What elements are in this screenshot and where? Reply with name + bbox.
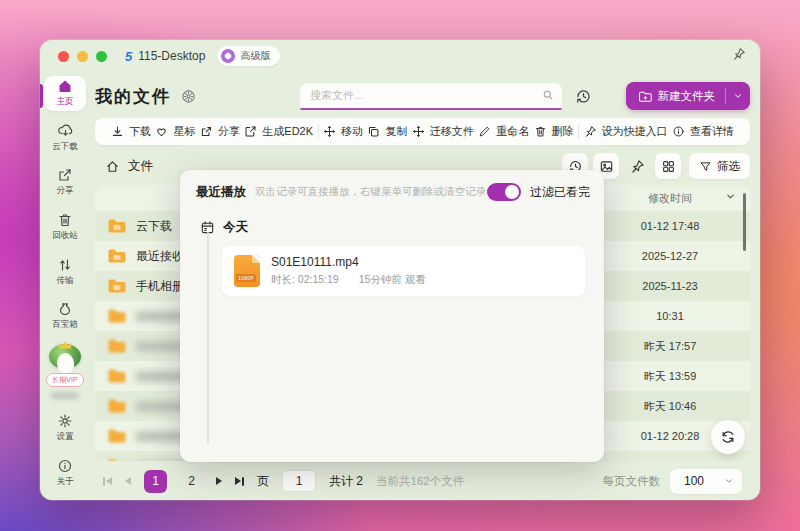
home-icon — [57, 78, 73, 94]
column-sort-caret-icon[interactable] — [725, 191, 736, 202]
home-breadcrumb-icon[interactable] — [105, 159, 120, 174]
copy-icon — [367, 125, 380, 138]
folder-icon — [107, 308, 127, 324]
folder-icon — [107, 368, 127, 384]
header-row: 我的文件 新建文件夹 — [95, 78, 750, 114]
sidebar-item-settings[interactable]: 设置 — [44, 411, 86, 446]
sidebar-item-cloud-download[interactable]: 云下载 — [44, 121, 86, 156]
last-page-button[interactable] — [235, 477, 244, 486]
transfer-arrows-icon — [57, 257, 73, 273]
folder-icon — [107, 398, 127, 414]
next-page-button[interactable] — [216, 477, 222, 485]
sidebar-item-toolbox[interactable]: 百宝箱 — [44, 299, 86, 334]
sidebar-item-home[interactable]: 主页 — [44, 76, 86, 111]
refresh-button[interactable] — [711, 420, 745, 454]
folder-icon — [107, 248, 127, 264]
folder-icon — [107, 338, 127, 354]
page-number-input[interactable] — [282, 470, 316, 492]
minimize-button[interactable] — [77, 51, 88, 62]
folder-icon — [107, 278, 127, 294]
new-folder-button[interactable]: 新建文件夹 — [626, 82, 751, 110]
vip-badge: 长期VIP — [46, 373, 83, 387]
cloud-download-icon — [57, 123, 74, 139]
info-icon — [672, 125, 685, 138]
search-history-icon[interactable] — [575, 88, 592, 105]
list-scrollbar[interactable] — [743, 193, 746, 251]
page-title: 我的文件 — [95, 85, 171, 108]
file-name: S01E10111.mp4 — [271, 255, 426, 269]
popup-hint: 双击记录可直接播放，右键菜单可删除或清空记录 — [255, 185, 486, 199]
first-page-button[interactable] — [103, 477, 112, 486]
toggle-label: 过滤已看完 — [530, 184, 590, 201]
file-duration: 时长: 02:15:19 — [271, 273, 339, 287]
toolbar-download[interactable]: 下载 — [111, 124, 151, 139]
user-avatar[interactable] — [49, 344, 81, 369]
toolbar-star[interactable]: 星标 — [155, 124, 195, 139]
folder-icon — [107, 428, 127, 444]
action-toolbar: 下载 星标 分享 生成ED2K 移动 复制 — [95, 118, 750, 145]
app-title: 115-Desktop — [138, 49, 205, 63]
pagination-bar: 1 2 页 共计 2 当前共162个文件 每页文件数 100 — [95, 463, 750, 499]
gear-icon — [57, 413, 73, 429]
per-page-label: 每页文件数 — [603, 474, 661, 489]
share-icon — [200, 125, 213, 138]
modified-column-header[interactable]: 修改时间 — [600, 185, 740, 211]
search-input[interactable] — [310, 89, 542, 101]
popup-title: 最近播放 — [196, 184, 246, 201]
titlebar: 5 115-Desktop 高级版 — [40, 40, 760, 72]
pencil-icon — [478, 125, 491, 138]
premium-badge[interactable]: 高级版 — [217, 46, 280, 66]
sidebar: 主页 云下载 分享 回收站 传输 百宝箱 长期VIP 设置 — [40, 72, 90, 500]
toolbar-migrate[interactable]: 迁移文件 — [412, 124, 474, 139]
sidebar-item-share[interactable]: 分享 — [44, 165, 86, 200]
timeline-line — [207, 232, 209, 444]
download-icon — [111, 125, 124, 138]
toolbar-share[interactable]: 分享 — [200, 124, 240, 139]
sidebar-item-transfer[interactable]: 传输 — [44, 254, 86, 289]
recent-file-item[interactable]: 1080P S01E10111.mp4 时长: 02:15:19 15分钟前 观… — [222, 246, 585, 296]
file-watched-time: 15分钟前 观看 — [359, 273, 426, 287]
sidebar-item-trash[interactable]: 回收站 — [44, 210, 86, 245]
pin-icon — [584, 125, 597, 138]
pin-window-icon[interactable] — [732, 47, 746, 65]
total-pages-label: 共计 2 — [329, 473, 363, 490]
sidebar-item-about[interactable]: 关于 — [44, 455, 86, 490]
group-today-label: 今天 — [223, 219, 248, 236]
filter-button[interactable]: 筛选 — [689, 153, 750, 179]
treasure-pouch-icon — [57, 301, 73, 317]
page-1-button[interactable]: 1 — [144, 470, 167, 493]
toolbar-delete[interactable]: 删除 — [534, 124, 574, 139]
view-settings-icon[interactable] — [181, 89, 196, 104]
username-blurred — [51, 392, 79, 399]
zoom-button[interactable] — [96, 51, 107, 62]
toolbar-copy[interactable]: 复制 — [367, 124, 407, 139]
premium-gem-icon — [221, 49, 235, 63]
trash-icon — [57, 212, 73, 228]
share-icon — [57, 167, 73, 183]
toolbar-quick-access[interactable]: 设为快捷入口 — [584, 124, 668, 139]
migrate-arrows-icon — [412, 125, 425, 138]
per-page-select[interactable]: 100 — [670, 469, 742, 494]
filter-watched-toggle[interactable] — [487, 183, 521, 201]
close-button[interactable] — [58, 51, 69, 62]
folder-icon — [107, 458, 127, 461]
pin-icon — [630, 159, 645, 174]
page-2-button[interactable]: 2 — [180, 470, 203, 493]
pin-view-button[interactable] — [624, 153, 650, 179]
page-label: 页 — [257, 473, 269, 490]
search-box — [300, 83, 562, 110]
toolbar-move[interactable]: 移动 — [323, 124, 363, 139]
toolbar-details[interactable]: 查看详情 — [672, 124, 734, 139]
grid-view-button[interactable] — [655, 153, 681, 179]
refresh-icon — [720, 429, 736, 445]
trash-icon — [534, 125, 547, 138]
chevron-down-icon — [724, 476, 734, 486]
folder-icon — [107, 218, 127, 234]
toolbar-ed2k[interactable]: 生成ED2K — [244, 124, 313, 139]
toolbar-rename[interactable]: 重命名 — [478, 124, 529, 139]
external-link-icon — [244, 125, 257, 138]
move-arrows-icon — [323, 125, 336, 138]
breadcrumb-root[interactable]: 文件 — [128, 158, 153, 175]
new-folder-dropdown-caret[interactable] — [726, 91, 750, 101]
prev-page-button[interactable] — [125, 477, 131, 485]
